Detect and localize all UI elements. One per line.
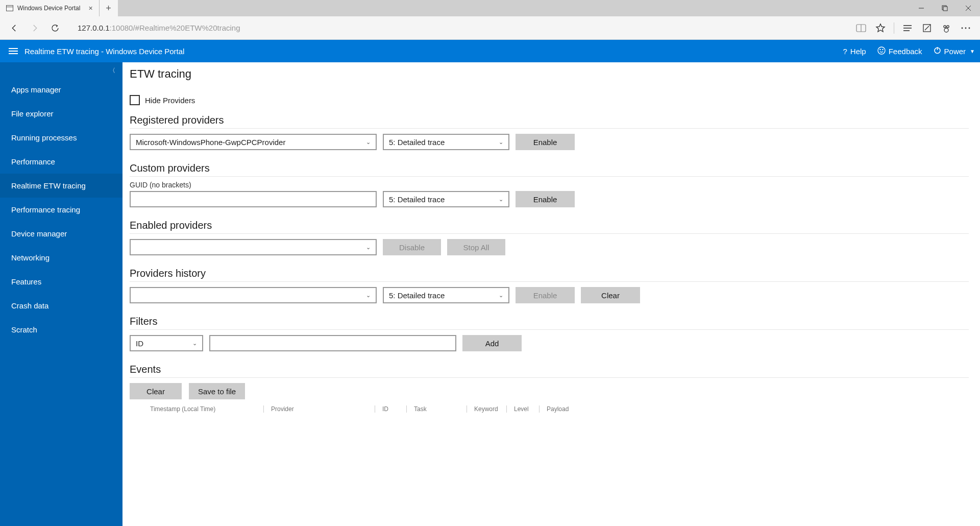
power-menu[interactable]: Power ▼ — [934, 46, 975, 56]
svg-point-15 — [965, 27, 967, 29]
col-payload: Payload — [539, 405, 581, 413]
collapse-sidebar-button[interactable]: 〈 — [109, 66, 115, 75]
events-clear-button[interactable]: Clear — [130, 383, 182, 399]
share-icon[interactable] — [940, 22, 952, 34]
section-events: Events — [130, 364, 969, 378]
registered-level-select[interactable]: 5: Detailed trace ⌄ — [383, 134, 509, 150]
sidebar-item-apps-manager[interactable]: Apps manager — [0, 78, 122, 102]
refresh-button[interactable] — [45, 18, 65, 38]
enabled-provider-select[interactable]: ⌄ — [130, 239, 377, 255]
col-level: Level — [506, 405, 539, 413]
registered-provider-select[interactable]: Microsoft-WindowsPhone-GwpCPCProvider ⌄ — [130, 134, 377, 150]
chevron-down-icon: ⌄ — [499, 292, 503, 299]
favorite-icon[interactable] — [874, 22, 887, 34]
sidebar-item-scratch[interactable]: Scratch — [0, 318, 122, 342]
page-title: ETW tracing — [130, 67, 971, 81]
svg-point-19 — [883, 49, 883, 50]
help-link[interactable]: ? Help — [843, 47, 866, 56]
sidebar-item-device-manager[interactable]: Device manager — [0, 222, 122, 246]
col-keyword: Keyword — [467, 405, 506, 413]
main-content: ETW tracing Hide Providers Registered pr… — [122, 62, 980, 526]
help-icon: ? — [843, 47, 847, 56]
browser-tab[interactable]: Windows Device Portal × — [0, 0, 100, 16]
stop-all-button[interactable]: Stop All — [447, 239, 505, 255]
more-icon[interactable] — [960, 22, 972, 34]
sidebar: 〈 Apps managerFile explorerRunning proce… — [0, 62, 122, 526]
section-registered-providers: Registered providers — [130, 114, 969, 129]
new-tab-button[interactable]: + — [100, 0, 118, 16]
chevron-down-icon: ▼ — [970, 49, 975, 54]
registered-enable-button[interactable]: Enable — [516, 134, 575, 150]
sidebar-item-performance-tracing[interactable]: Performance tracing — [0, 198, 122, 222]
history-provider-select[interactable]: ⌄ — [130, 287, 377, 303]
notes-icon[interactable] — [921, 22, 933, 34]
filter-field-select[interactable]: ID ⌄ — [130, 335, 203, 351]
col-id: ID — [375, 405, 406, 413]
svg-rect-2 — [943, 7, 947, 11]
chevron-down-icon: ⌄ — [499, 196, 503, 203]
custom-enable-button[interactable]: Enable — [516, 191, 575, 207]
page-icon — [6, 5, 13, 11]
feedback-link[interactable]: Feedback — [877, 46, 922, 56]
events-save-button[interactable]: Save to file — [189, 383, 245, 399]
svg-point-16 — [969, 27, 970, 29]
hub-icon[interactable] — [901, 22, 914, 34]
close-window-button[interactable] — [957, 0, 980, 16]
sidebar-item-running-processes[interactable]: Running processes — [0, 126, 122, 150]
hide-providers-checkbox[interactable]: Hide Providers — [130, 95, 971, 105]
sidebar-item-realtime-etw-tracing[interactable]: Realtime ETW tracing — [0, 174, 122, 198]
svg-point-12 — [944, 25, 946, 27]
checkbox-icon — [130, 95, 140, 105]
address-bar: 127.0.0.1:10080/#Realtime%20ETW%20tracin… — [0, 16, 980, 40]
url-path: :10080/#Realtime%20ETW%20tracing — [110, 23, 240, 32]
chevron-down-icon: ⌄ — [499, 139, 503, 146]
reading-view-icon[interactable] — [855, 22, 867, 34]
sidebar-item-networking[interactable]: Networking — [0, 246, 122, 270]
menu-button[interactable] — [2, 40, 24, 62]
window-controls — [910, 0, 980, 16]
guid-label: GUID (no brackets) — [130, 181, 971, 189]
sidebar-item-crash-data[interactable]: Crash data — [0, 294, 122, 318]
sidebar-item-features[interactable]: Features — [0, 270, 122, 294]
col-provider: Provider — [263, 405, 375, 413]
filter-add-button[interactable]: Add — [462, 335, 522, 351]
svg-point-17 — [878, 47, 885, 54]
svg-point-13 — [947, 25, 949, 27]
events-table-header: Timestamp (Local Time) Provider ID Task … — [130, 405, 971, 413]
sidebar-item-file-explorer[interactable]: File explorer — [0, 102, 122, 126]
filter-value-input[interactable] — [209, 335, 456, 351]
minimize-button[interactable] — [910, 0, 933, 16]
power-icon — [934, 46, 941, 56]
chevron-down-icon: ⌄ — [366, 139, 371, 146]
col-timestamp: Timestamp (Local Time) — [150, 405, 263, 413]
smiley-icon — [877, 46, 886, 56]
browser-tab-strip: Windows Device Portal × + — [0, 0, 980, 16]
back-button[interactable] — [4, 18, 24, 38]
forward-button[interactable] — [24, 18, 45, 38]
app-bar: Realtime ETW tracing - Windows Device Po… — [0, 40, 980, 62]
section-custom-providers: Custom providers — [130, 162, 969, 177]
history-level-select[interactable]: 5: Detailed trace ⌄ — [383, 287, 509, 303]
custom-guid-input[interactable] — [130, 191, 377, 207]
svg-point-11 — [944, 28, 948, 32]
section-filters: Filters — [130, 316, 969, 330]
url-host: 127.0.0.1 — [78, 23, 110, 32]
maximize-button[interactable] — [933, 0, 957, 16]
chevron-down-icon: ⌄ — [192, 340, 197, 347]
col-task: Task — [406, 405, 467, 413]
sidebar-item-performance[interactable]: Performance — [0, 150, 122, 174]
chevron-down-icon: ⌄ — [366, 292, 371, 299]
tab-title: Windows Device Portal — [17, 5, 80, 12]
chevron-down-icon: ⌄ — [366, 244, 371, 251]
section-providers-history: Providers history — [130, 268, 969, 282]
close-tab-icon[interactable]: × — [88, 4, 92, 12]
svg-point-14 — [962, 27, 963, 29]
custom-level-select[interactable]: 5: Detailed trace ⌄ — [383, 191, 509, 207]
url-display[interactable]: 127.0.0.1:10080/#Realtime%20ETW%20tracin… — [65, 23, 855, 32]
section-enabled-providers: Enabled providers — [130, 220, 969, 234]
app-title: Realtime ETW tracing - Windows Device Po… — [24, 47, 184, 56]
svg-point-18 — [880, 49, 880, 50]
history-clear-button[interactable]: Clear — [581, 287, 640, 303]
disable-button[interactable]: Disable — [383, 239, 441, 255]
history-enable-button[interactable]: Enable — [516, 287, 575, 303]
